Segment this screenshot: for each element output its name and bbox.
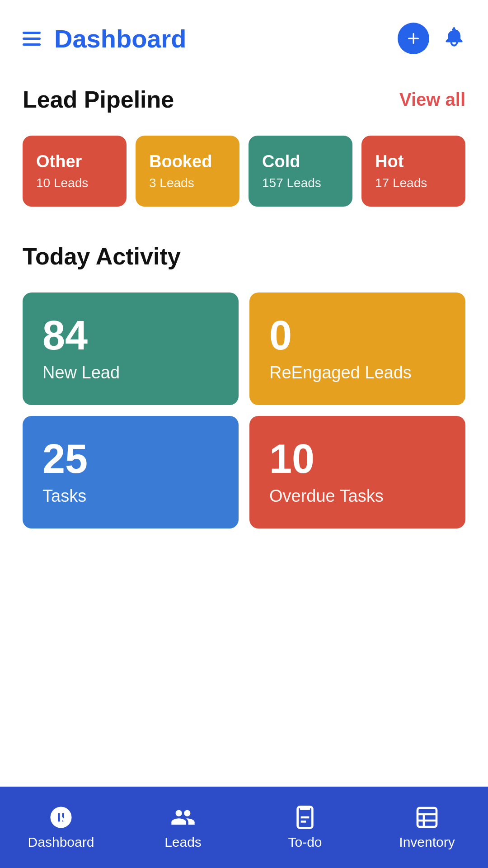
lead-pipeline-section: Lead Pipeline View all Other 10 Leads Bo…: [0, 68, 488, 225]
pipeline-card-booked[interactable]: Booked 3 Leads: [136, 136, 239, 207]
pipeline-card-label: Booked: [149, 152, 226, 171]
pipeline-card-label: Hot: [375, 152, 452, 171]
pipeline-grid: Other 10 Leads Booked 3 Leads Cold 157 L…: [23, 136, 465, 207]
nav-label-leads: Leads: [164, 835, 202, 850]
pipeline-card-cold[interactable]: Cold 157 Leads: [249, 136, 352, 207]
view-all-link[interactable]: View all: [399, 90, 465, 110]
lead-pipeline-header: Lead Pipeline View all: [23, 86, 465, 113]
pipeline-card-count: 10 Leads: [36, 176, 113, 190]
dashboard-icon: [48, 805, 74, 830]
nav-label-dashboard: Dashboard: [28, 835, 94, 850]
activity-number: 84: [42, 315, 219, 356]
activity-label: Tasks: [42, 486, 219, 506]
nav-label-todo: To-do: [288, 835, 322, 850]
pipeline-card-label: Cold: [262, 152, 339, 171]
notification-button[interactable]: [443, 26, 465, 51]
activity-label: ReEngaged Leads: [269, 363, 446, 382]
today-activity-header: Today Activity: [23, 243, 465, 270]
bottom-nav: Dashboard Leads To-do Inventory: [0, 787, 488, 868]
activity-card-reengaged-leads[interactable]: 0 ReEngaged Leads: [249, 292, 465, 405]
pipeline-card-count: 17 Leads: [375, 176, 452, 190]
today-activity-title: Today Activity: [23, 243, 181, 270]
nav-item-dashboard[interactable]: Dashboard: [0, 787, 122, 868]
lead-pipeline-title: Lead Pipeline: [23, 86, 174, 113]
menu-button[interactable]: [23, 32, 41, 46]
inventory-icon: [414, 805, 440, 830]
pipeline-card-hot[interactable]: Hot 17 Leads: [361, 136, 465, 207]
svg-rect-2: [300, 806, 310, 810]
nav-item-inventory[interactable]: Inventory: [366, 787, 488, 868]
pipeline-card-label: Other: [36, 152, 113, 171]
activity-number: 0: [269, 315, 446, 356]
nav-label-inventory: Inventory: [399, 835, 455, 850]
activity-number: 25: [42, 439, 219, 479]
pipeline-card-count: 157 Leads: [262, 176, 339, 190]
activity-label: Overdue Tasks: [269, 486, 446, 506]
header-right: [398, 23, 465, 54]
activity-label: New Lead: [42, 363, 219, 382]
pipeline-card-count: 3 Leads: [149, 176, 226, 190]
activity-card-overdue-tasks[interactable]: 10 Overdue Tasks: [249, 416, 465, 528]
header: Dashboard: [0, 0, 488, 68]
todo-icon: [292, 805, 318, 830]
page-title: Dashboard: [54, 24, 187, 53]
activity-card-new-lead[interactable]: 84 New Lead: [23, 292, 239, 405]
today-activity-section: Today Activity 84 New Lead 0 ReEngaged L…: [0, 225, 488, 547]
svg-rect-5: [418, 808, 436, 827]
add-button[interactable]: [398, 23, 429, 54]
leads-icon: [170, 805, 196, 830]
header-left: Dashboard: [23, 24, 187, 53]
nav-item-leads[interactable]: Leads: [122, 787, 244, 868]
activity-card-tasks[interactable]: 25 Tasks: [23, 416, 239, 528]
nav-item-todo[interactable]: To-do: [244, 787, 366, 868]
pipeline-card-other[interactable]: Other 10 Leads: [23, 136, 127, 207]
activity-grid: 84 New Lead 0 ReEngaged Leads 25 Tasks 1…: [23, 292, 465, 528]
activity-number: 10: [269, 439, 446, 479]
